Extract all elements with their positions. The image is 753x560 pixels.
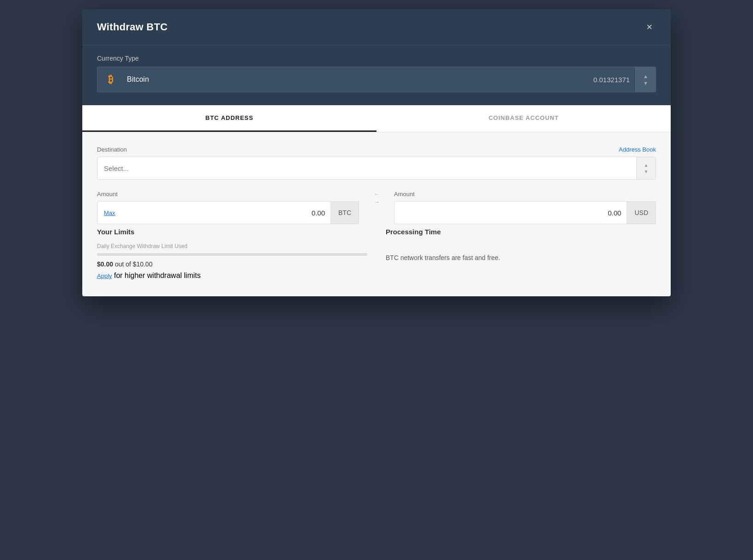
btc-amount-label: Amount: [97, 191, 118, 198]
processing-description: BTC network transfers are fast and free.: [386, 254, 656, 261]
btc-amount-input-wrapper: Max 0.00 BTC: [97, 201, 359, 224]
chevron-down-icon: ▼: [644, 169, 649, 174]
currency-balance: 0.01321371: [593, 76, 635, 84]
currency-section: Currency Type ₿ Bitcoin 0.01321371 ▲ ▼: [82, 45, 671, 105]
close-button[interactable]: ×: [643, 20, 656, 34]
modal-overlay: Withdraw BTC × Currency Type ₿ Bitcoin 0…: [82, 9, 671, 296]
destination-label-row: Destination Address Book: [97, 146, 656, 153]
max-link[interactable]: Max: [97, 209, 122, 216]
usd-amount-value: 0.00: [394, 209, 627, 217]
amount-fields-row: Amount Max 0.00 BTC ← →: [97, 191, 656, 224]
tab-btc-address[interactable]: BTC ADDRESS: [82, 105, 376, 132]
destination-input-wrapper: ▲ ▼: [97, 157, 656, 180]
apply-suffix: for higher withdrawal limits: [112, 272, 201, 279]
arrow-right-icon: →: [374, 198, 380, 205]
form-area: Destination Address Book ▲ ▼: [82, 132, 671, 296]
limits-section: Your Limits Daily Exchange Withdraw Limi…: [97, 228, 367, 280]
modal-body: BTC ADDRESS COINBASE ACCOUNT Destination…: [82, 105, 671, 296]
destination-chevron[interactable]: ▲ ▼: [636, 157, 656, 179]
processing-section: Processing Time BTC network transfers ar…: [386, 228, 656, 280]
destination-input[interactable]: [97, 157, 636, 179]
usd-currency-badge: USD: [627, 202, 656, 224]
amount-used: $0.00: [97, 260, 113, 268]
chevron-up-icon: ▲: [643, 74, 648, 79]
limits-row: Your Limits Daily Exchange Withdraw Limi…: [97, 228, 656, 280]
btc-amount-value: 0.00: [122, 209, 331, 217]
destination-field-group: Destination Address Book ▲ ▼: [97, 146, 656, 180]
modal-title: Withdraw BTC: [97, 21, 168, 33]
currency-type-label: Currency Type: [97, 55, 656, 62]
btc-amount-field: Amount Max 0.00 BTC: [97, 191, 359, 224]
chevron-down-icon: ▼: [643, 80, 648, 86]
tab-coinbase-account[interactable]: COINBASE ACCOUNT: [376, 105, 671, 132]
limits-title: Your Limits: [97, 228, 367, 236]
usd-amount-field: Amount 0.00 USD: [394, 191, 656, 224]
withdraw-btc-modal: Withdraw BTC × Currency Type ₿ Bitcoin 0…: [82, 9, 671, 296]
tab-bar: BTC ADDRESS COINBASE ACCOUNT: [82, 105, 671, 132]
apply-link[interactable]: Apply: [97, 272, 112, 279]
arrow-left-icon: ←: [374, 191, 380, 198]
progress-bar-container: [97, 253, 367, 256]
btc-currency-badge: BTC: [331, 202, 359, 224]
usd-amount-input-wrapper: 0.00 USD: [394, 201, 656, 224]
currency-selector[interactable]: ₿ Bitcoin 0.01321371 ▲ ▼: [97, 67, 656, 92]
usd-amount-label: Amount: [394, 191, 415, 198]
currency-name: Bitcoin: [123, 75, 593, 84]
daily-limit-label: Daily Exchange Withdraw Limit Used: [97, 243, 367, 249]
modal-header: Withdraw BTC ×: [82, 9, 671, 45]
destination-label: Destination: [97, 146, 127, 153]
processing-title: Processing Time: [386, 228, 656, 236]
bitcoin-icon: ₿: [97, 74, 123, 85]
exchange-arrows[interactable]: ← →: [366, 191, 387, 205]
amount-total: out of $10.00: [115, 260, 153, 268]
address-book-link[interactable]: Address Book: [619, 146, 656, 153]
apply-row: Apply for higher withdrawal limits: [97, 272, 367, 280]
chevron-up-icon: ▲: [644, 163, 649, 168]
currency-chevron[interactable]: ▲ ▼: [635, 67, 656, 92]
limits-amount: $0.00 out of $10.00: [97, 260, 367, 268]
btc-amount-group: Max 0.00 BTC: [97, 201, 359, 224]
